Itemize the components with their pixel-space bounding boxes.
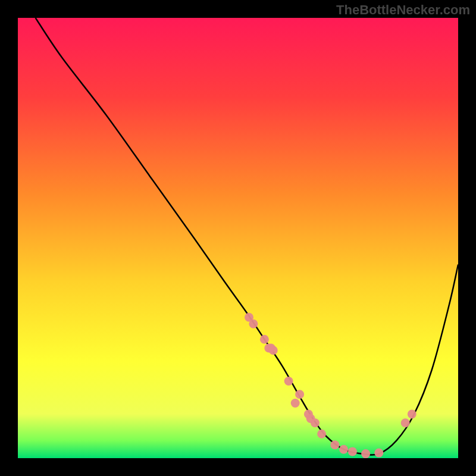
marker-point xyxy=(374,449,383,458)
chart-container: TheBottleNecker.com xyxy=(0,0,476,476)
chart-svg xyxy=(18,18,458,458)
marker-point xyxy=(291,399,300,408)
marker-point xyxy=(330,440,339,449)
marker-point xyxy=(401,418,410,427)
marker-point xyxy=(317,430,326,439)
marker-point xyxy=(339,445,348,454)
marker-point xyxy=(408,410,416,419)
marker-point xyxy=(249,320,258,328)
marker-point xyxy=(311,418,320,427)
marker-point xyxy=(361,449,370,458)
marker-point xyxy=(260,335,269,344)
gradient-background xyxy=(18,18,458,458)
marker-point xyxy=(295,390,304,399)
plot-area xyxy=(18,18,458,458)
watermark-text: TheBottleNecker.com xyxy=(336,2,470,18)
marker-point xyxy=(348,447,357,456)
marker-point xyxy=(269,346,278,355)
marker-point xyxy=(284,377,293,386)
